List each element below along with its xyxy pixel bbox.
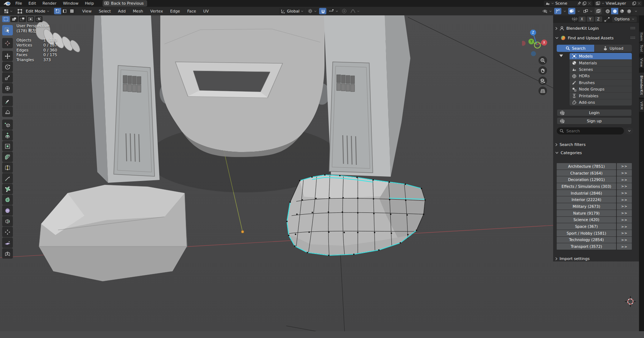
edge-select-mode-button[interactable] (61, 8, 68, 14)
search-history-dropdown[interactable] (625, 127, 633, 134)
menu-uv[interactable]: UV (200, 8, 212, 15)
tool-inset-faces-button[interactable] (2, 141, 13, 151)
tab-blenderkit[interactable]: BlenderKit (639, 73, 644, 98)
shading-material-button[interactable] (618, 8, 625, 14)
tab-vrm[interactable]: VRM (639, 99, 644, 112)
tool-cursor-button[interactable] (2, 38, 13, 48)
select-mode-intersect-button[interactable] (35, 16, 43, 22)
tool-extrude-region-button[interactable] (2, 130, 13, 141)
tool-shear-button[interactable] (2, 237, 13, 248)
category-decoration-expand[interactable]: >> (617, 176, 632, 183)
tool-rotate-button[interactable] (2, 62, 13, 72)
category-character-expand[interactable]: >> (617, 170, 632, 176)
tool-loop-cut-button[interactable] (2, 162, 13, 173)
mirror-x-button[interactable]: X (579, 16, 586, 22)
asset-type-materials[interactable]: Materials (570, 59, 632, 66)
face-select-mode-button[interactable] (68, 8, 75, 14)
category-space[interactable]: Space (367) (557, 223, 616, 230)
tool-measure-button[interactable] (2, 107, 13, 117)
chevron-down-icon[interactable] (577, 10, 580, 12)
tab-tool[interactable]: Tool (639, 43, 644, 54)
tool-move-button[interactable] (2, 51, 13, 61)
tool-smooth-button[interactable] (2, 205, 13, 216)
menu-select[interactable]: Select (96, 8, 114, 15)
menu-render[interactable]: Render (39, 0, 60, 7)
chevron-down-icon[interactable] (635, 10, 637, 12)
tool-scale-button[interactable] (2, 72, 13, 83)
mirror-y-button[interactable]: Y (587, 16, 594, 22)
category-science[interactable]: Science (420) (557, 217, 616, 223)
snap-toggle-button[interactable] (319, 8, 326, 14)
category-effects-simulations[interactable]: Effects / Simulations (303) (557, 183, 616, 190)
category-interior-expand[interactable]: >> (617, 196, 632, 203)
menu-window[interactable]: Window (60, 0, 82, 7)
xray-snap-icon-button[interactable] (582, 8, 589, 14)
category-sport-hobby-expand[interactable]: >> (617, 230, 632, 236)
menu-face[interactable]: Face (184, 8, 199, 15)
menu-edit[interactable]: Edit (25, 0, 39, 7)
viewport-pan-button[interactable] (538, 66, 547, 75)
back-to-previous-button[interactable]: Back to Previous (103, 0, 147, 6)
gizmo-axis-negy[interactable] (535, 42, 541, 48)
asset-type-printables[interactable]: Printables (570, 92, 632, 99)
category-nature-expand[interactable]: >> (617, 210, 632, 216)
asset-search-field[interactable] (557, 127, 624, 134)
blender-logo-icon[interactable] (3, 1, 11, 6)
asset-type-node-groups[interactable]: Node Groups (570, 86, 632, 92)
transform-orientation-dropdown[interactable]: Global (279, 8, 305, 14)
category-transport[interactable]: Transport (3572) (557, 243, 616, 250)
category-industrial[interactable]: Industrial (2846) (557, 190, 616, 196)
asset-type-brushes[interactable]: Brushes (570, 79, 632, 86)
asset-type-models[interactable]: Models (570, 53, 632, 59)
viewlayer-selector[interactable]: ViewLayer (594, 1, 642, 6)
category-military[interactable]: Military (2673) (557, 203, 616, 210)
category-decoration[interactable]: Decoration (12901) (557, 176, 616, 183)
shading-wireframe-button[interactable] (604, 8, 611, 14)
category-architecture[interactable]: Architecture (7851) (557, 163, 616, 170)
close-icon[interactable] (588, 2, 591, 5)
select-mode-subtract-button[interactable] (19, 16, 26, 22)
chevron-down-icon[interactable] (590, 10, 592, 12)
find-upload-assets-section[interactable]: Find and Upload Assets (555, 34, 637, 42)
shading-rendered-button[interactable] (625, 8, 633, 14)
categories-section[interactable]: Categories (555, 149, 637, 157)
category-interior[interactable]: Interior (22224) (557, 196, 616, 203)
tool-add-cube-button[interactable] (2, 119, 13, 130)
correct-face-attributes-icon[interactable] (604, 17, 610, 22)
asset-type-hdrs[interactable]: HDRs (570, 73, 632, 79)
tool-tweak-select-button[interactable] (2, 25, 13, 35)
search-filters-section[interactable]: Search filters (555, 141, 637, 148)
menu-edge[interactable]: Edge (167, 8, 183, 15)
show-gizmo-toggle[interactable] (554, 8, 561, 14)
category-architecture-expand[interactable]: >> (617, 163, 632, 170)
options-dropdown[interactable]: Options (612, 16, 637, 22)
gizmo-axis-negx[interactable] (522, 41, 526, 46)
tool-transform-button[interactable] (2, 83, 13, 93)
show-overlays-toggle[interactable] (568, 8, 575, 14)
category-technology-expand[interactable]: >> (617, 237, 632, 243)
category-nature[interactable]: Nature (9179) (557, 210, 616, 216)
category-military-expand[interactable]: >> (617, 203, 632, 210)
login-button[interactable]: Login (557, 109, 632, 116)
pin-icon[interactable] (577, 1, 581, 5)
category-transport-expand[interactable]: >> (617, 243, 632, 250)
menu-vertex[interactable]: Vertex (147, 8, 166, 15)
vertex-select-mode-button[interactable] (54, 8, 61, 14)
mirror-z-button[interactable]: Z (595, 16, 602, 22)
tool-poly-build-button[interactable] (2, 184, 13, 194)
tab-view[interactable]: View (639, 57, 644, 68)
menu-view[interactable]: View (79, 8, 95, 15)
category-space-expand[interactable]: >> (617, 223, 632, 230)
tab-item[interactable]: Item (639, 31, 644, 42)
tool-shrink-fatten-button[interactable] (2, 227, 13, 237)
tool-rip-region-button[interactable] (2, 248, 13, 259)
proportional-editing-button[interactable] (341, 8, 348, 14)
tool-annotate-button[interactable] (2, 96, 13, 106)
pivot-point-dropdown[interactable] (306, 8, 318, 14)
tool-edge-slide-button[interactable] (2, 216, 13, 226)
select-mode-invert-button[interactable] (27, 16, 34, 22)
search-tab[interactable]: Search (557, 45, 594, 52)
select-mode-set-button[interactable] (2, 16, 10, 22)
new-scene-icon[interactable] (582, 1, 586, 5)
category-character[interactable]: Character (6164) (557, 170, 616, 176)
